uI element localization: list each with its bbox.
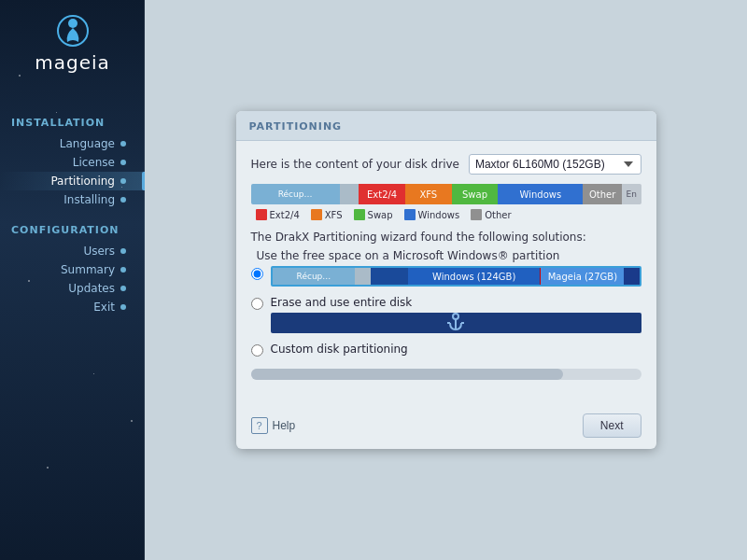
- radio-erase-label: Erase and use entire disk: [271, 296, 641, 309]
- legend-label-ext24: Ext2/4: [270, 210, 300, 220]
- radio-erase-input[interactable]: [251, 298, 263, 310]
- logo-text: mageia: [35, 51, 110, 74]
- option1-sub-text: Use the free space on a Microsoft Window…: [257, 249, 641, 262]
- scroll-thumb: [251, 369, 563, 380]
- sidebar: mageia INSTALLATION Language License Par…: [0, 0, 145, 560]
- anchor-icon: [444, 313, 467, 333]
- sidebar-item-partitioning[interactable]: Partitioning: [0, 172, 145, 190]
- sidebar-item-users[interactable]: Users: [0, 242, 145, 260]
- legend-label-windows: Windows: [418, 210, 460, 220]
- opt1-seg-recup: Récup…: [273, 268, 356, 285]
- legend-label-xfs: XFS: [325, 210, 343, 220]
- legend-dot-swap: [354, 209, 365, 220]
- radio-freespace-content: Récup… Windows (124GB) Mageia (27GB): [271, 266, 641, 287]
- logo-area: mageia: [35, 14, 110, 74]
- seg-swap: Swap: [452, 184, 499, 204]
- seg-recuperation: Récup…: [251, 184, 340, 204]
- opt1-seg-dark2: [389, 268, 408, 285]
- legend-label-other: Other: [485, 210, 511, 220]
- main-partition-bar: Récup… Ext2/4 XFS Swap Windows Other En: [251, 184, 641, 204]
- sidebar-item-license[interactable]: License: [0, 153, 145, 172]
- partition-bar-container: Récup… Ext2/4 XFS Swap Windows Other En: [251, 184, 641, 204]
- opt1-seg-mageia: Mageia (27GB): [540, 268, 624, 285]
- legend-dot-windows: [404, 209, 416, 220]
- mageia-logo-icon: [56, 14, 90, 48]
- radio-custom-label: Custom disk partitioning: [271, 343, 408, 356]
- help-label: Help: [273, 419, 296, 432]
- nav-dot-summary: [120, 267, 126, 273]
- legend-dot-xfs: [311, 209, 322, 220]
- legend-other: Other: [466, 208, 515, 221]
- partition-legend: Ext2/4 XFS Swap Windows Other: [251, 208, 641, 221]
- seg-windows: Windows: [498, 184, 583, 204]
- scroll-area[interactable]: [251, 369, 641, 380]
- seg-xfs: XFS: [405, 184, 452, 204]
- nav-dot-installing: [120, 197, 126, 203]
- radio-freespace-input[interactable]: [251, 268, 263, 280]
- sidebar-item-exit[interactable]: Exit: [0, 298, 145, 316]
- seg-ext24: Ext2/4: [359, 184, 405, 204]
- seg-unknown: [340, 184, 359, 204]
- option1-partition-bar: Récup… Windows (124GB) Mageia (27GB): [271, 266, 641, 287]
- nav-dot-users: [120, 248, 126, 254]
- seg-other: Other: [583, 184, 621, 204]
- main-area: PARTITIONING Here is the content of your…: [145, 0, 747, 560]
- wizard-text: The DrakX Partitioning wizard found the …: [251, 231, 641, 244]
- installation-section-label: INSTALLATION: [0, 117, 145, 129]
- nav-dot-updates: [120, 286, 126, 291]
- legend-dot-ext24: [256, 209, 267, 220]
- legend-dot-other: [471, 209, 482, 220]
- disk-label-text: Here is the content of your disk drive: [251, 158, 459, 171]
- sidebar-item-installing[interactable]: Installing: [0, 190, 145, 209]
- nav-dot-partitioning: [120, 178, 126, 184]
- disk-dropdown[interactable]: Maxtor 6L160M0 (152GB): [469, 154, 641, 175]
- legend-windows: Windows: [400, 208, 465, 221]
- panel-header: PARTITIONING: [236, 111, 656, 141]
- seg-en: En: [622, 184, 641, 204]
- radio-custom-input[interactable]: [251, 344, 263, 357]
- sidebar-item-language[interactable]: Language: [0, 134, 145, 153]
- legend-swap: Swap: [349, 208, 398, 221]
- svg-point-1: [68, 19, 78, 28]
- sidebar-item-updates[interactable]: Updates: [0, 279, 145, 298]
- disk-selector-row: Here is the content of your disk drive M…: [251, 154, 641, 175]
- next-button[interactable]: Next: [583, 413, 641, 438]
- svg-point-2: [453, 314, 458, 319]
- nav-dot-license: [120, 160, 126, 165]
- panel-title: PARTITIONING: [249, 120, 343, 133]
- help-button[interactable]: ? Help: [251, 417, 296, 434]
- opt1-seg-end: [624, 268, 639, 285]
- opt1-seg-dark: [371, 268, 389, 285]
- legend-ext24: Ext2/4: [251, 208, 304, 221]
- radio-erase-content: Erase and use entire disk: [271, 296, 641, 333]
- radio-option-erase[interactable]: Erase and use entire disk: [251, 296, 641, 333]
- legend-xfs: XFS: [306, 208, 347, 221]
- opt1-seg-win: Windows (124GB): [408, 268, 540, 285]
- partitioning-panel: PARTITIONING Here is the content of your…: [236, 111, 656, 449]
- help-icon: ?: [251, 417, 268, 434]
- nav-dot-language: [120, 141, 126, 147]
- radio-option-custom[interactable]: Custom disk partitioning: [251, 343, 641, 359]
- nav-dot-exit: [120, 304, 126, 310]
- panel-body: Here is the content of your disk drive M…: [236, 141, 656, 406]
- panel-footer: ? Help Next: [236, 406, 656, 449]
- configuration-section-label: CONFIGURATION: [0, 224, 145, 236]
- sidebar-item-summary[interactable]: Summary: [0, 260, 145, 279]
- legend-label-swap: Swap: [368, 210, 393, 220]
- radio-option-freespace[interactable]: Récup… Windows (124GB) Mageia (27GB): [251, 266, 641, 287]
- opt1-seg-gap: [355, 268, 370, 285]
- erase-bar: [271, 313, 641, 333]
